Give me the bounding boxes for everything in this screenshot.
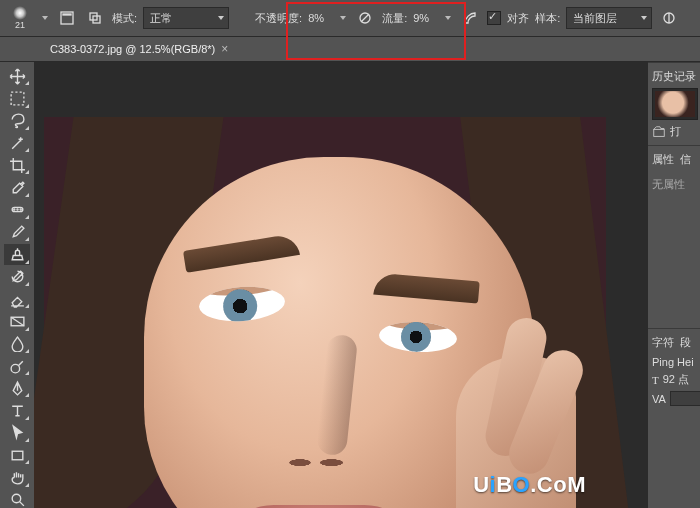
opacity-value[interactable]: 8% bbox=[308, 12, 332, 24]
font-family-field[interactable]: Ping Hei bbox=[652, 356, 696, 368]
font-size-icon: T bbox=[652, 374, 659, 386]
right-panels: 历史记录 打 属性 信 无属性 字符 段 Ping Hei T 92 点 VA bbox=[648, 62, 700, 508]
properties-panel[interactable]: 属性 信 无属性 bbox=[648, 145, 700, 198]
watermark-text: UiBO.CoM bbox=[473, 472, 586, 498]
opacity-dropdown[interactable] bbox=[338, 8, 348, 28]
history-snapshot-thumbnail[interactable] bbox=[652, 88, 698, 120]
rectangle-tool[interactable] bbox=[4, 445, 30, 465]
document-tab-title: C383-0372.jpg @ 12.5%(RGB/8*) bbox=[50, 43, 215, 55]
blend-mode-dropdown[interactable]: 正常 bbox=[143, 7, 229, 29]
type-tool[interactable] bbox=[4, 400, 30, 420]
hand-tool[interactable] bbox=[4, 467, 30, 487]
svg-rect-13 bbox=[12, 451, 23, 460]
tools-panel bbox=[0, 62, 34, 508]
aligned-checkbox[interactable] bbox=[487, 11, 501, 25]
dodge-tool[interactable] bbox=[4, 356, 30, 376]
kerning-icon: VA bbox=[652, 393, 666, 405]
history-panel-title: 历史记录 bbox=[652, 69, 696, 84]
image-content bbox=[44, 117, 606, 508]
gradient-tool[interactable] bbox=[4, 311, 30, 331]
airbrush-toggle[interactable] bbox=[459, 7, 481, 29]
history-step-label[interactable]: 打 bbox=[670, 124, 681, 139]
toggle-brush-panel-button[interactable] bbox=[56, 7, 78, 29]
path-selection-tool[interactable] bbox=[4, 423, 30, 443]
open-step-icon bbox=[652, 125, 666, 139]
healing-brush-tool[interactable] bbox=[4, 200, 30, 220]
lasso-tool[interactable] bbox=[4, 111, 30, 131]
svg-rect-6 bbox=[11, 92, 24, 105]
marquee-tool[interactable] bbox=[4, 88, 30, 108]
svg-point-12 bbox=[11, 364, 20, 373]
clone-stamp-tool[interactable] bbox=[4, 244, 30, 264]
document-tab[interactable]: C383-0372.jpg @ 12.5%(RGB/8*) × bbox=[40, 37, 238, 61]
sample-label: 样本: bbox=[535, 11, 560, 26]
svg-rect-15 bbox=[654, 129, 665, 136]
sample-value: 当前图层 bbox=[573, 11, 617, 26]
brush-size-value: 21 bbox=[15, 20, 25, 30]
pressure-opacity-toggle[interactable] bbox=[354, 7, 376, 29]
brush-preset-picker[interactable]: 21 bbox=[6, 4, 34, 32]
aligned-label: 对齐 bbox=[507, 11, 529, 26]
svg-point-9 bbox=[16, 209, 17, 210]
options-bar: 21 模式: 正常 不透明度: 8% 流量: 9% 对齐 样本: 当前图层 bbox=[0, 0, 700, 37]
clone-source-button[interactable] bbox=[84, 7, 106, 29]
opacity-label: 不透明度: bbox=[255, 11, 302, 26]
flow-label: 流量: bbox=[382, 11, 407, 26]
pen-tool[interactable] bbox=[4, 378, 30, 398]
ignore-adjustment-toggle[interactable] bbox=[658, 7, 680, 29]
brush-tool[interactable] bbox=[4, 222, 30, 242]
canvas-area[interactable]: UiBO.CoM bbox=[34, 62, 648, 508]
eyedropper-tool[interactable] bbox=[4, 177, 30, 197]
mode-label: 模式: bbox=[112, 11, 137, 26]
brush-picker-dropdown[interactable] bbox=[40, 8, 50, 28]
brush-preview-icon bbox=[13, 6, 27, 20]
character-panel[interactable]: 字符 段 Ping Hei T 92 点 VA bbox=[648, 328, 700, 412]
move-tool[interactable] bbox=[4, 66, 30, 86]
document-tab-bar: C383-0372.jpg @ 12.5%(RGB/8*) × bbox=[0, 37, 700, 62]
zoom-tool[interactable] bbox=[4, 490, 30, 508]
properties-panel-title: 属性 bbox=[652, 153, 674, 165]
no-properties-label: 无属性 bbox=[652, 177, 696, 192]
character-panel-title: 字符 bbox=[652, 336, 674, 348]
document-canvas[interactable] bbox=[44, 117, 606, 508]
info-panel-tab[interactable]: 信 bbox=[680, 153, 691, 165]
magic-wand-tool[interactable] bbox=[4, 133, 30, 153]
crop-tool[interactable] bbox=[4, 155, 30, 175]
close-tab-button[interactable]: × bbox=[221, 42, 228, 56]
sample-dropdown[interactable]: 当前图层 bbox=[566, 7, 652, 29]
kerning-input[interactable] bbox=[670, 391, 700, 406]
font-size-value[interactable]: 92 点 bbox=[663, 372, 689, 387]
flow-value[interactable]: 9% bbox=[413, 12, 437, 24]
svg-point-14 bbox=[12, 494, 21, 503]
blur-tool[interactable] bbox=[4, 334, 30, 354]
svg-point-8 bbox=[13, 209, 14, 210]
history-panel[interactable]: 历史记录 打 bbox=[648, 62, 700, 145]
flow-dropdown[interactable] bbox=[443, 8, 453, 28]
svg-point-10 bbox=[20, 209, 21, 210]
eraser-tool[interactable] bbox=[4, 289, 30, 309]
paragraph-panel-tab[interactable]: 段 bbox=[680, 336, 691, 348]
svg-rect-1 bbox=[63, 14, 71, 15]
blend-mode-value: 正常 bbox=[150, 11, 172, 26]
history-brush-tool[interactable] bbox=[4, 267, 30, 287]
